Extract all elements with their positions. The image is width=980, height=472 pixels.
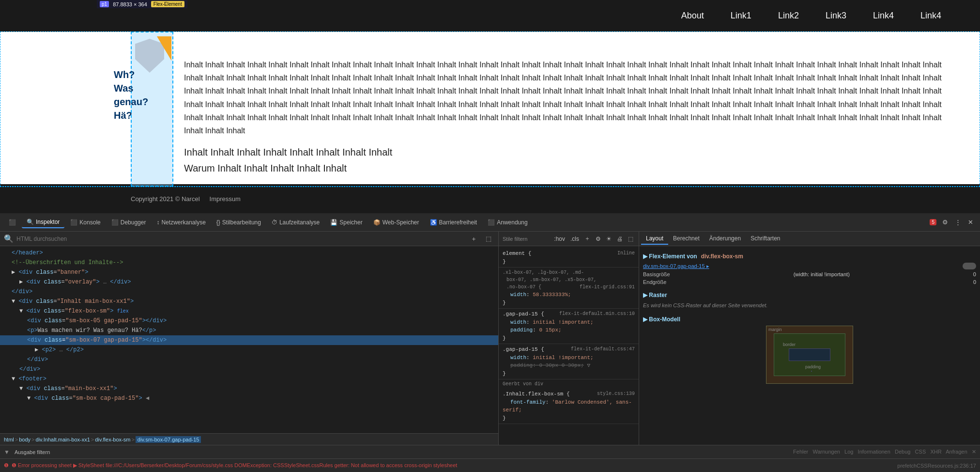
box-model-visual: margin border padding [766, 326, 853, 384]
devtools-main-area: 🔍 ＋ ⬚ </header> <!--Überschriften und In… [0, 232, 980, 445]
html-inspector-panel: 🔍 ＋ ⬚ </header> <!--Überschriften und In… [0, 232, 499, 445]
error-circle-icon: ❶ [4, 462, 9, 469]
netzwerk-icon: ↕ [156, 219, 159, 226]
css-rule-gap-pad-1: .gap-pad-15 { flex-it-default.min.css:10… [499, 309, 639, 344]
bm-border: border padding [774, 333, 845, 376]
tree-line-div-close[interactable]: </div> [0, 355, 498, 364]
tab-stilbearbeitung[interactable]: {} Stilbearbeitung [212, 217, 266, 228]
css-rule-inhalt-flex: .Inhalt.flex-box-sm { style.css:139 font… [499, 389, 639, 424]
footer-copyright: Copyright 2021 © Narcel [131, 195, 200, 203]
nav-link4[interactable]: Link4 [873, 11, 894, 21]
css-cls-btn[interactable]: .cls [569, 235, 581, 243]
devtools-more-btn[interactable]: ⋮ [952, 217, 964, 227]
tab-inspektor[interactable]: 🔍 Inspektor [22, 217, 64, 228]
tree-line-flex-close[interactable]: </div> [0, 364, 498, 374]
tab-berechnet[interactable]: Berechnet [668, 233, 704, 245]
devtools-close-btn[interactable]: ✕ [965, 217, 976, 227]
element-tooltip: p1 87.8833 × 364 Flex-Element [97, 0, 187, 8]
tab-konsole[interactable]: ⬛ Konsole [65, 217, 105, 228]
css-styles-panel: Stile filtern :hov .cls ＋ ⚙ ☀ 🖨 ⬚ elemen… [499, 232, 639, 445]
css-responsive-btn[interactable]: ⬚ [627, 235, 635, 243]
css-rule-gap-pad-2: .gap-pad-15 { flex-it-default.css:47 wid… [499, 344, 639, 379]
bm-padding: padding [789, 348, 830, 361]
tooltip-dimensions: 87.8833 × 364 [113, 1, 147, 7]
tree-line-sm05[interactable]: <div class="sm-box-05 gap-pad-15"></div> [0, 316, 498, 326]
tree-line-footer[interactable]: ▼ <footer> [0, 374, 498, 384]
devtools-bottom: ▼ Ausgabe filtern Fehler Warnungen Log I… [0, 445, 980, 472]
right-status: Fehler Warnungen Log Informationen Debug… [793, 449, 976, 455]
box-model-visual-container: margin border padding [643, 326, 976, 384]
arrow-shape [157, 36, 171, 61]
dashed-bottom [0, 187, 980, 187]
content-paragraph3: Warum Inhalt Inhalt Inhalt Inhalt Inhalt [184, 163, 956, 174]
html-add-btn[interactable]: ＋ [468, 233, 480, 245]
ausgabe-filter-btn[interactable]: Ausgabe filtern [15, 449, 50, 455]
tab-schriftarten[interactable]: Schriftarten [746, 233, 785, 245]
html-pick-btn[interactable]: ⬚ [483, 234, 494, 244]
tree-line-sm07-selected[interactable]: <div class="sm-box-07 gap-pad-15"></div> [0, 335, 498, 345]
error-count-badge: 5 [930, 219, 936, 225]
tab-netzwerk[interactable]: ↕ Netzwerkanalyse [152, 217, 210, 228]
konsole-icon: ⬛ [70, 219, 77, 226]
css-filter-label: Stile filtern [503, 236, 527, 242]
css-print-btn[interactable]: 🖨 [615, 235, 624, 243]
html-search-bar: 🔍 ＋ ⬚ [0, 232, 498, 246]
tree-line-footer-div[interactable]: ▼ <div class="main-box-xx1"> [0, 384, 498, 393]
tree-line-inhalt[interactable]: ▼ <div class="Inhalt main-box-xx1"> [0, 297, 498, 306]
tab-barrierefreiheit[interactable]: ♿ Barrierefreiheit [425, 217, 482, 228]
css-rules-content: element { Inline } .xl-box-07, .lg-box-0… [499, 246, 639, 445]
layout-tabs: Layout Berechnet Änderungen Schriftarten [639, 232, 980, 246]
tree-line-p2[interactable]: ▶ <p2> … </p2> [0, 345, 498, 355]
nav-link1[interactable]: Link1 [731, 11, 751, 21]
nav-link3[interactable]: Link3 [826, 11, 846, 21]
css-toolbar: Stile filtern :hov .cls ＋ ⚙ ☀ 🖨 ⬚ [499, 232, 639, 246]
tab-layout[interactable]: Layout [641, 233, 668, 245]
css-inherited-label: Geerbt von div [499, 379, 639, 389]
tab-debugger[interactable]: ⬛ Debugger [107, 217, 151, 228]
sidebar-text: Wh? Was genau? Hä? [114, 68, 153, 122]
flex-section-title: ▶ Flex-Element von div.flex-box-sm [643, 253, 976, 260]
tree-line-overlay[interactable]: ▶ <div class="overlay"> … </div> [0, 277, 498, 287]
tab-speicher[interactable]: 💾 Speicher [325, 217, 367, 228]
raster-section-title: ▶ Raster [643, 292, 976, 299]
tab-laufzeit[interactable]: ⏱ Laufzeitanalyse [267, 217, 324, 228]
box-model-title: ▶ Box-Modell [643, 316, 976, 323]
tab-webspeicher[interactable]: 📦 Web-Speicher [368, 217, 424, 228]
css-settings-btn[interactable]: ⚙ [594, 235, 602, 243]
inspektor-icon: 🔍 [27, 219, 34, 225]
debugger-icon: ⬛ [111, 219, 119, 226]
css-rule-box07: .xl-box-07, .lg-box-07, .md- box-07, .sm… [499, 267, 639, 309]
tab-anwendung[interactable]: ⬛ Anwendung [483, 217, 532, 228]
stil-icon: {} [216, 219, 220, 226]
tree-line-p1[interactable]: <p>Was machen wir? Was genau? Hä?</p> [0, 326, 498, 335]
tree-line-sm-cap[interactable]: ▼ <div class="sm-box cap-pad-15"> ◀ [0, 393, 498, 403]
css-sun-btn[interactable]: ☀ [605, 235, 613, 243]
nav-link4b[interactable]: Link4 [920, 11, 941, 21]
tab-aenderungen[interactable]: Änderungen [704, 233, 746, 245]
tree-line-flex[interactable]: ▼ <div class="flex-box-sm"> flex [0, 306, 498, 316]
devtools-panel: ⬛ 🔍 Inspektor ⬛ Konsole ⬛ Debugger ↕ Net… [0, 213, 980, 472]
html-search-input[interactable] [16, 236, 465, 242]
tree-line-comment[interactable]: <!--Überschriften und Inhalte--> [0, 258, 498, 267]
nav-about[interactable]: About [681, 11, 704, 21]
devtools-breadcrumb: html> body> div.Inhalt.main-box-xx1> div… [0, 433, 498, 445]
website-preview: Wh? Was genau? Hä? Inhalt Inhalt Inhalt … [0, 31, 980, 208]
tree-line-banner[interactable]: ▶ <div class="banner"> [0, 267, 498, 277]
tree-line-banner-close[interactable]: </div> [0, 287, 498, 297]
html-tree: </header> <!--Überschriften und Inhalte-… [0, 246, 498, 433]
devtools-settings-btn[interactable]: ⚙ [939, 217, 951, 227]
content-paragraph2: Inhalt Inhalt Inhalt Inhalt Inhalt Inhal… [184, 147, 956, 158]
css-add-btn[interactable]: ＋ [583, 234, 592, 244]
laufzeit-icon: ⏱ [272, 219, 277, 226]
main-content: Inhalt Inhalt Inhalt Inhalt Inhalt Inhal… [184, 58, 956, 179]
css-hover-btn[interactable]: :hov [552, 235, 567, 243]
tree-line-header-close[interactable]: </header> [0, 248, 498, 258]
flex-toggle[interactable] [963, 263, 976, 269]
raster-text: Es wird kein CSS-Raster auf dieser Seite… [643, 300, 976, 310]
flex-element-link[interactable]: div.sm-box-07.gap-pad-15 ▸ [643, 263, 709, 269]
dev-inspect-icon[interactable]: ⬛ [4, 217, 21, 228]
layout-content: ▶ Flex-Element von div.flex-box-sm div.s… [639, 246, 980, 445]
bm-margin: margin border padding [766, 326, 853, 384]
nav-link2[interactable]: Link2 [778, 11, 799, 21]
footer-impressum[interactable]: Impressum [210, 195, 241, 203]
